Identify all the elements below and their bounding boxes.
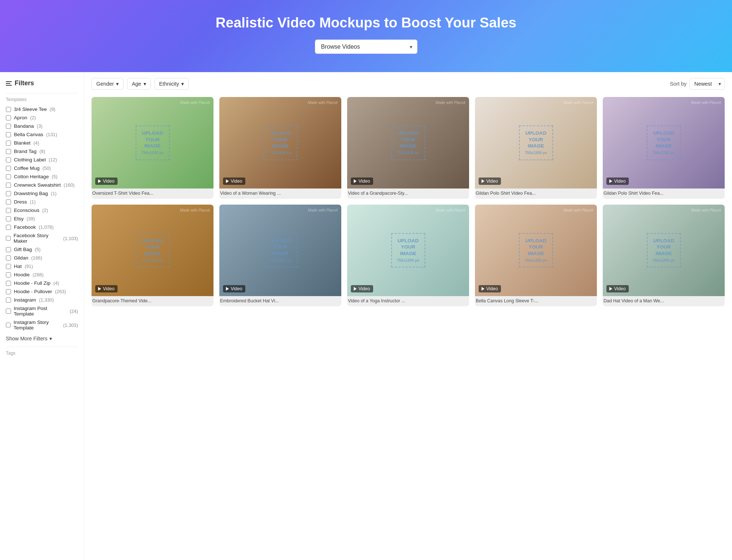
video-card-7[interactable]: UPLOADYOURIMAGE750x1200 px Made with Pla… [347, 205, 469, 306]
upload-overlay-7: UPLOADYOURIMAGE750x1200 px [391, 233, 425, 268]
video-card-1[interactable]: UPLOADYOURIMAGE750x1200 px Made with Pla… [219, 97, 341, 199]
show-more-filters-button[interactable]: Show More Filters ▾ [6, 336, 52, 341]
sidebar-item-2[interactable]: Bandana (3) [6, 122, 78, 130]
play-icon-9 [609, 287, 612, 291]
sidebar-item-11[interactable]: Dress (1) [6, 198, 78, 206]
sidebar-item-label-14: Facebook [14, 224, 36, 230]
sidebar-checkbox-0[interactable] [6, 107, 11, 112]
video-card-5[interactable]: UPLOADYOURIMAGE750x1200 px Made with Pla… [92, 205, 213, 306]
sidebar-checkbox-20[interactable] [6, 281, 11, 286]
sidebar-item-count-23: (24) [70, 309, 78, 314]
upload-overlay-6: UPLOADYOURIMAGE750x1200 px [263, 233, 297, 268]
sidebar-item-count-22: (1,330) [39, 297, 54, 303]
watermark-1: Made with Placeit [308, 101, 338, 105]
gender-filter-dropdown[interactable]: Gender [92, 78, 123, 90]
sidebar-item-1[interactable]: Apron (2) [6, 113, 78, 122]
sidebar-checkbox-6[interactable] [6, 157, 11, 163]
sidebar-checkbox-7[interactable] [6, 166, 11, 171]
sort-select[interactable]: Newest Oldest Popular [690, 78, 725, 90]
sidebar-checkbox-21[interactable] [6, 289, 11, 294]
sidebar-item-19[interactable]: Hoodie (288) [6, 270, 78, 279]
sidebar-checkbox-4[interactable] [6, 141, 11, 146]
gender-chevron-icon [116, 81, 119, 87]
video-caption-3: Gildan Polo Shirt Video Fea... [475, 188, 597, 199]
sidebar: Filters Templates 3/4 Sleeve Tee (9) Apr… [0, 72, 84, 560]
video-card-0[interactable]: UPLOADYOURIMAGE750x1200 px Made with Pla… [92, 97, 213, 199]
sidebar-item-18[interactable]: Hat (91) [6, 262, 78, 270]
sidebar-item-0[interactable]: 3/4 Sleeve Tee (9) [6, 105, 78, 113]
sidebar-checkbox-17[interactable] [6, 255, 11, 261]
ethnicity-filter-dropdown[interactable]: Ethnicity [155, 78, 189, 90]
sidebar-item-20[interactable]: Hoodie - Full Zip (4) [6, 279, 78, 287]
sidebar-item-13[interactable]: Etsy (39) [6, 214, 78, 223]
sidebar-item-23[interactable]: Instagram Post Template (24) [6, 304, 78, 318]
show-more-label: Show More Filters [6, 336, 47, 341]
sidebar-checkbox-22[interactable] [6, 298, 11, 303]
sidebar-checkbox-9[interactable] [6, 183, 11, 188]
sidebar-item-12[interactable]: Econscious (2) [6, 206, 78, 214]
sidebar-item-5[interactable]: Brand Tag (8) [6, 147, 78, 156]
video-badge-9: Video [606, 285, 629, 292]
sidebar-checkbox-5[interactable] [6, 149, 11, 154]
sidebar-item-count-2: (3) [37, 123, 42, 129]
sidebar-checkbox-3[interactable] [6, 132, 11, 137]
sidebar-item-4[interactable]: Blanket (4) [6, 139, 78, 147]
video-card-8[interactable]: UPLOADYOURIMAGE750x1200 px Made with Pla… [475, 205, 597, 306]
video-grid: UPLOADYOURIMAGE750x1200 px Made with Pla… [92, 97, 725, 306]
sidebar-checkbox-16[interactable] [6, 247, 11, 252]
sidebar-item-7[interactable]: Coffee Mug (50) [6, 164, 78, 172]
sidebar-item-label-24: Instagram Story Template [14, 320, 60, 331]
sidebar-item-label-18: Hat [14, 264, 22, 269]
sidebar-item-8[interactable]: Cotton Heritage (5) [6, 172, 78, 181]
browse-videos-select[interactable]: Browse Videos Browse Images Browse Templ… [315, 40, 417, 54]
sidebar-checkbox-10[interactable] [6, 191, 11, 196]
sidebar-checkbox-11[interactable] [6, 199, 11, 205]
sidebar-item-label-5: Brand Tag [14, 149, 37, 154]
sidebar-item-16[interactable]: Gift Bag (5) [6, 245, 78, 254]
sidebar-item-count-9: (160) [64, 182, 75, 188]
watermark-0: Made with Placeit [180, 101, 210, 105]
sidebar-checkbox-12[interactable] [6, 208, 11, 213]
sidebar-checkbox-2[interactable] [6, 124, 11, 129]
sidebar-checkbox-23[interactable] [6, 309, 11, 314]
video-card-6[interactable]: UPLOADYOURIMAGE750x1200 px Made with Pla… [219, 205, 341, 306]
video-card-3[interactable]: UPLOADYOURIMAGE750x1200 px Made with Pla… [475, 97, 597, 199]
video-card-2[interactable]: UPLOADYOURIMAGE750x1200 px Made with Pla… [347, 97, 469, 199]
video-caption-9: Dad Hat Video of a Man We... [603, 296, 725, 306]
video-badge-6: Video [223, 285, 245, 292]
age-filter-dropdown[interactable]: Age [127, 78, 151, 90]
sidebar-checkbox-14[interactable] [6, 225, 11, 230]
video-badge-0: Video [95, 178, 118, 185]
sidebar-checkbox-15[interactable] [6, 236, 11, 241]
video-thumb-7: UPLOADYOURIMAGE750x1200 px Made with Pla… [347, 205, 469, 296]
video-thumb-8: UPLOADYOURIMAGE750x1200 px Made with Pla… [475, 205, 597, 296]
sidebar-checkbox-24[interactable] [6, 322, 11, 328]
video-card-9[interactable]: UPLOADYOURIMAGE750x1200 px Made with Pla… [603, 205, 725, 306]
play-icon-0 [98, 179, 101, 183]
sidebar-checkbox-19[interactable] [6, 272, 11, 277]
watermark-2: Made with Placeit [436, 101, 465, 105]
sidebar-items-container: 3/4 Sleeve Tee (9) Apron (2) Bandana (3)… [6, 105, 78, 332]
sidebar-item-9[interactable]: Crewneck Sweatshirt (160) [6, 181, 78, 189]
sidebar-item-21[interactable]: Hoodie - Pullover (263) [6, 287, 78, 296]
sidebar-item-count-6: (12) [49, 157, 57, 163]
sidebar-item-label-1: Apron [14, 115, 27, 120]
filters-icon [6, 81, 12, 86]
sidebar-item-14[interactable]: Facebook (1,078) [6, 223, 78, 231]
video-card-4[interactable]: UPLOADYOURIMAGE750x1200 px Made with Pla… [603, 97, 725, 199]
sidebar-item-label-4: Blanket [14, 140, 30, 146]
sidebar-item-10[interactable]: Drawstring Bag (1) [6, 189, 78, 198]
sidebar-item-3[interactable]: Bella Canvas (131) [6, 130, 78, 139]
upload-overlay-5: UPLOADYOURIMAGE750x1200 px [135, 233, 170, 268]
sidebar-item-22[interactable]: Instagram (1,330) [6, 296, 78, 304]
sidebar-item-6[interactable]: Clothing Label (12) [6, 156, 78, 164]
sidebar-item-17[interactable]: Gildan (166) [6, 254, 78, 262]
sidebar-checkbox-1[interactable] [6, 115, 11, 120]
sidebar-item-24[interactable]: Instagram Story Template (1,303) [6, 318, 78, 332]
sidebar-item-15[interactable]: Facebook Story Maker (1,103) [6, 231, 78, 245]
sidebar-checkbox-8[interactable] [6, 174, 11, 179]
sidebar-checkbox-13[interactable] [6, 216, 11, 221]
sidebar-item-count-10: (1) [51, 191, 57, 196]
sidebar-item-count-16: (5) [35, 247, 41, 252]
sidebar-checkbox-18[interactable] [6, 264, 11, 269]
